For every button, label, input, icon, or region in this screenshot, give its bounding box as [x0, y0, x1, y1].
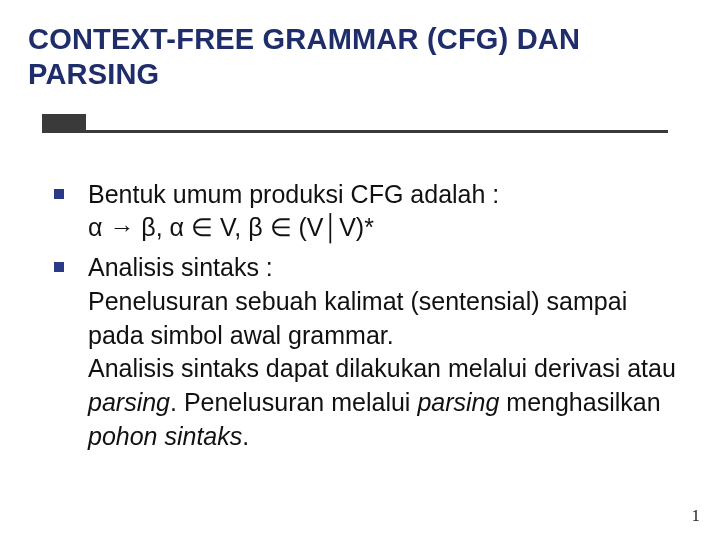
- text-run: Analisis sintaks dapat dilakukan melalui…: [88, 354, 676, 382]
- bullet-text-paragraph: Analisis sintaks dapat dilakukan melalui…: [88, 352, 684, 453]
- italic-text: pohon sintaks: [88, 422, 242, 450]
- italic-text: parsing: [417, 388, 499, 416]
- list-item: Bentuk umum produksi CFG adalah : α → β,…: [88, 178, 684, 246]
- slide: CONTEXT-FREE GRAMMAR (CFG) DAN PARSING B…: [0, 0, 720, 540]
- text-run: .: [242, 422, 249, 450]
- bullet-text-line: Bentuk umum produksi CFG adalah :: [88, 178, 684, 212]
- square-bullet-icon: [54, 262, 64, 272]
- italic-text: parsing: [88, 388, 170, 416]
- list-item: Analisis sintaks : Penelusuran sebuah ka…: [88, 251, 684, 454]
- rule-long-icon: [42, 130, 668, 133]
- slide-title: CONTEXT-FREE GRAMMAR (CFG) DAN PARSING: [28, 22, 692, 92]
- bullet-text-line: Penelusuran sebuah kalimat (sentensial) …: [88, 285, 684, 353]
- content-area: Bentuk umum produksi CFG adalah : α → β,…: [28, 178, 692, 454]
- title-rule: [28, 108, 692, 148]
- square-bullet-icon: [54, 189, 64, 199]
- page-number: 1: [692, 506, 701, 526]
- text-run: . Penelusuran melalui: [170, 388, 417, 416]
- text-run: menghasilkan: [499, 388, 660, 416]
- bullet-text-line: Analisis sintaks :: [88, 251, 684, 285]
- bullet-text-line: α → β, α ∈ V, β ∈ (V│V)*: [88, 211, 684, 245]
